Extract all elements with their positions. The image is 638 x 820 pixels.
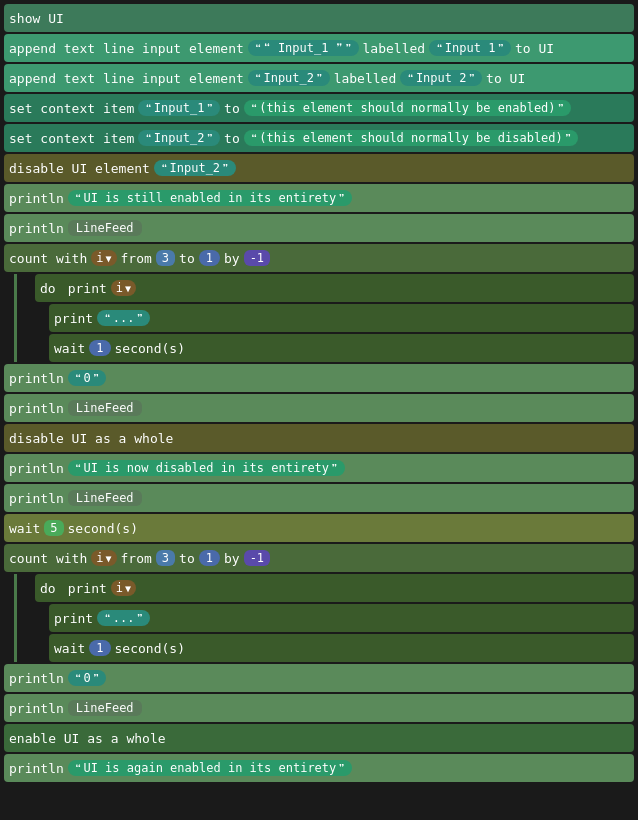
- set-context1-block: set context item ❝ Input_1 ❞ to ❝ (this …: [4, 94, 634, 122]
- println2-val-pill: ❝ UI is now disabled in its entirety ❞: [68, 460, 345, 476]
- set1-id-pill: ❝ Input_1 ❞: [138, 100, 220, 116]
- count1-step-pill: -1: [244, 250, 270, 266]
- println1-block: println ❝ UI is still enabled in its ent…: [4, 184, 634, 212]
- count2-block: count with i▼ from 3 to 1 by -1: [4, 544, 634, 572]
- append2-pre: append text line input element: [9, 71, 244, 86]
- do-var1: i▼: [111, 280, 136, 296]
- disable-element-block: disable UI element ❝ Input_2 ❞: [4, 154, 634, 182]
- do-wait1-num: 1: [89, 340, 110, 356]
- println-linefeed3-block: println LineFeed: [4, 484, 634, 512]
- count1-from: from: [121, 251, 152, 266]
- count2-by: by: [224, 551, 240, 566]
- show-ui-label: show UI: [9, 11, 64, 26]
- append-input2-block: append text line input element ❝ Input_2…: [4, 64, 634, 92]
- do-wait2-seconds: second(s): [115, 641, 185, 656]
- count1-end-pill: 1: [199, 250, 220, 266]
- println1-val-pill: ❝ UI is still enabled in its entirety ❞: [68, 190, 352, 206]
- do-wrapper2: do print i▼ print ❝ ... ❞ wait 1 second(…: [14, 574, 634, 662]
- do-dots1-pill: ❝ ... ❞: [97, 310, 150, 326]
- set-context2-block: set context item ❝ Input_2 ❞ to ❝ (this …: [4, 124, 634, 152]
- set2-pre: set context item: [9, 131, 134, 146]
- count1-block: count with i▼ from 3 to 1 by -1: [4, 244, 634, 272]
- append1-pre: append text line input element: [9, 41, 244, 56]
- do-block2-print-i: do print i▼: [35, 574, 634, 602]
- disable-whole-block: disable UI as a whole: [4, 424, 634, 452]
- println-linefeed4-block: println LineFeed: [4, 694, 634, 722]
- count2-pre: count with: [9, 551, 87, 566]
- disable-el-pre: disable UI element: [9, 161, 150, 176]
- set2-id-pill: ❝ Input_2 ❞: [138, 130, 220, 146]
- append1-post: to UI: [515, 41, 554, 56]
- count1-pre: count with: [9, 251, 87, 266]
- append-input1-block: append text line input element ❝❝ Input_…: [4, 34, 634, 62]
- linefeed2-pill: LineFeed: [68, 400, 142, 416]
- wait5-seconds: second(s): [68, 521, 138, 536]
- linefeed4-pill: LineFeed: [68, 700, 142, 716]
- do-print2-print: print: [68, 581, 107, 596]
- println2-label: println: [9, 461, 64, 476]
- do-wait1-seconds: second(s): [115, 341, 185, 356]
- show-ui-block: show UI: [4, 4, 634, 32]
- count2-to: to: [179, 551, 195, 566]
- println-linefeed2-block: println LineFeed: [4, 394, 634, 422]
- append1-label-pill: ❝ Input 1 ❞: [429, 40, 511, 56]
- set1-pre: set context item: [9, 101, 134, 116]
- count1-by: by: [224, 251, 240, 266]
- count1-var: i▼: [91, 250, 116, 266]
- disable-whole-label: disable UI as a whole: [9, 431, 173, 446]
- count1-to: to: [179, 251, 195, 266]
- println3-val-pill: ❝ UI is again enabled in its entirety ❞: [68, 760, 352, 776]
- append2-label-pill: ❝ Input 2 ❞: [400, 70, 482, 86]
- println-zero2-label: println: [9, 671, 64, 686]
- println-linefeed1-label: println: [9, 221, 64, 236]
- println-linefeed2-label: println: [9, 401, 64, 416]
- do-wait2-num: 1: [89, 640, 110, 656]
- enable-whole-label: enable UI as a whole: [9, 731, 166, 746]
- println1-label: println: [9, 191, 64, 206]
- println-zero1-label: println: [9, 371, 64, 386]
- println3-label: println: [9, 761, 64, 776]
- wait5-label: wait: [9, 521, 40, 536]
- count2-from: from: [121, 551, 152, 566]
- set2-val-pill: ❝ (this element should normally be disab…: [244, 130, 579, 146]
- do-block1-print-dots: print ❝ ... ❞: [49, 304, 634, 332]
- do-print2-label: do: [40, 581, 56, 596]
- do-block1-print-i: do print i▼: [35, 274, 634, 302]
- println-zero1-block: println ❝ 0 ❞: [4, 364, 634, 392]
- disable-el-id-pill: ❝ Input_2 ❞: [154, 160, 236, 176]
- linefeed3-pill: LineFeed: [68, 490, 142, 506]
- set2-mid: to: [224, 131, 240, 146]
- append2-id-pill: ❝ Input_2 ❞: [248, 70, 330, 86]
- println-zero1-pill: ❝ 0 ❞: [68, 370, 106, 386]
- println-linefeed1-block: println LineFeed: [4, 214, 634, 242]
- append1-mid: labelled: [363, 41, 426, 56]
- set1-mid: to: [224, 101, 240, 116]
- count2-step-pill: -1: [244, 550, 270, 566]
- enable-whole-block: enable UI as a whole: [4, 724, 634, 752]
- println-zero2-block: println ❝ 0 ❞: [4, 664, 634, 692]
- do-wrapper1: do print i▼ print ❝ ... ❞ wait 1 second(…: [14, 274, 634, 362]
- do-print1-dots-label: print: [54, 311, 93, 326]
- do-wait1-label: wait: [54, 341, 85, 356]
- do-block2-print-dots: print ❝ ... ❞: [49, 604, 634, 632]
- append2-post: to UI: [486, 71, 525, 86]
- println-linefeed4-label: println: [9, 701, 64, 716]
- do-block2-wait: wait 1 second(s): [49, 634, 634, 662]
- wait5-block: wait 5 second(s): [4, 514, 634, 542]
- do-print1-print: print: [68, 281, 107, 296]
- count2-var: i▼: [91, 550, 116, 566]
- count2-end-pill: 1: [199, 550, 220, 566]
- do-print1-label: do: [40, 281, 56, 296]
- println-zero2-pill: ❝ 0 ❞: [68, 670, 106, 686]
- do-wait2-label: wait: [54, 641, 85, 656]
- set1-val-pill: ❝ (this element should normally be enabl…: [244, 100, 571, 116]
- do-dots2-pill: ❝ ... ❞: [97, 610, 150, 626]
- append2-mid: labelled: [334, 71, 397, 86]
- println-linefeed3-label: println: [9, 491, 64, 506]
- count2-start-pill: 3: [156, 550, 175, 566]
- count1-start-pill: 3: [156, 250, 175, 266]
- linefeed1-pill: LineFeed: [68, 220, 142, 236]
- do-print2-dots-label: print: [54, 611, 93, 626]
- println2-block: println ❝ UI is now disabled in its enti…: [4, 454, 634, 482]
- wait5-num-pill: 5: [44, 520, 63, 536]
